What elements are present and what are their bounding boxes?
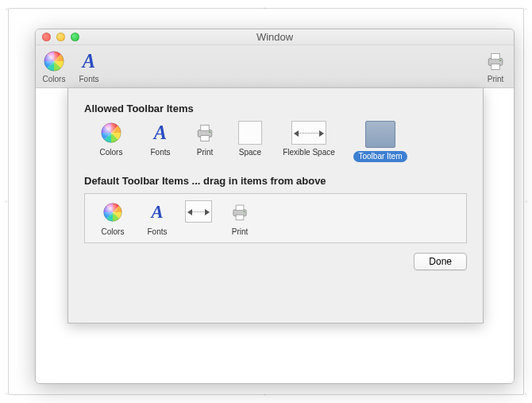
zoom-icon[interactable] bbox=[71, 33, 79, 41]
default-item-print[interactable]: Print bbox=[222, 200, 258, 236]
colors-icon bbox=[42, 49, 66, 73]
allowed-item-colors[interactable]: Colors bbox=[87, 121, 135, 162]
item-label: Toolbar Item bbox=[353, 151, 407, 162]
allowed-item-flexible-space[interactable]: Flexible Space bbox=[276, 121, 341, 162]
toolbar-item-fonts[interactable]: Fonts bbox=[77, 49, 101, 83]
fonts-icon bbox=[147, 121, 174, 145]
titlebar: Window bbox=[36, 29, 514, 45]
item-label: Flexible Space bbox=[283, 148, 335, 157]
default-item-fonts[interactable]: Fonts bbox=[139, 200, 175, 236]
flexible-space-icon bbox=[185, 200, 212, 223]
toolbar-item-label: Colors bbox=[43, 75, 66, 83]
window: Window Colors Fonts Print Allowed Toolba… bbox=[35, 29, 515, 384]
print-icon bbox=[484, 49, 507, 73]
allowed-item-print[interactable]: Print bbox=[186, 121, 224, 162]
space-icon bbox=[238, 121, 262, 145]
allowed-items-row: Colors Fonts Print Space bbox=[87, 121, 467, 162]
close-icon[interactable] bbox=[42, 33, 51, 41]
done-button[interactable]: Done bbox=[414, 253, 467, 270]
toolbar-item-label: Fonts bbox=[79, 75, 98, 83]
fonts-icon bbox=[144, 200, 171, 224]
window-content: Allowed Toolbar Items Colors Fonts Print bbox=[36, 88, 514, 383]
item-label: Print bbox=[197, 148, 214, 157]
item-label: Fonts bbox=[150, 148, 170, 157]
generic-toolbar-item-icon bbox=[365, 121, 395, 148]
default-toolbar-well[interactable]: Colors Fonts Print bbox=[84, 193, 467, 243]
toolbar-item-colors[interactable]: Colors bbox=[42, 49, 66, 83]
item-label: Space bbox=[239, 148, 261, 157]
print-icon bbox=[226, 200, 253, 224]
fonts-icon bbox=[77, 49, 101, 73]
toolbar: Colors Fonts Print bbox=[36, 45, 514, 88]
default-items-heading: Default Toolbar Items ... drag in items … bbox=[84, 175, 467, 187]
toolbar-item-print[interactable]: Print bbox=[484, 49, 507, 83]
item-label: Colors bbox=[102, 227, 125, 236]
item-label: Colors bbox=[100, 148, 123, 157]
minimize-icon[interactable] bbox=[56, 33, 65, 41]
colors-icon bbox=[98, 121, 125, 145]
allowed-item-toolbar-item[interactable]: Toolbar Item bbox=[348, 121, 413, 162]
item-label bbox=[198, 226, 200, 234]
default-item-flexible-space[interactable] bbox=[182, 200, 215, 234]
item-label: Print bbox=[232, 227, 249, 236]
item-label: Fonts bbox=[147, 227, 167, 236]
allowed-item-space[interactable]: Space bbox=[230, 121, 270, 162]
flexible-space-icon bbox=[291, 121, 326, 145]
print-icon bbox=[191, 121, 218, 145]
toolbar-item-label: Print bbox=[488, 75, 504, 83]
outer-frame: ◦ ◦ ◦ ◦ ◦ ◦ ◦ ◦ Window Colors Fonts bbox=[8, 8, 524, 395]
allowed-items-heading: Allowed Toolbar Items bbox=[84, 103, 467, 114]
customize-toolbar-sheet: Allowed Toolbar Items Colors Fonts Print bbox=[67, 88, 484, 324]
window-title: Window bbox=[36, 29, 514, 45]
allowed-item-fonts[interactable]: Fonts bbox=[141, 121, 179, 162]
colors-icon bbox=[99, 200, 126, 224]
default-item-colors[interactable]: Colors bbox=[93, 200, 133, 236]
